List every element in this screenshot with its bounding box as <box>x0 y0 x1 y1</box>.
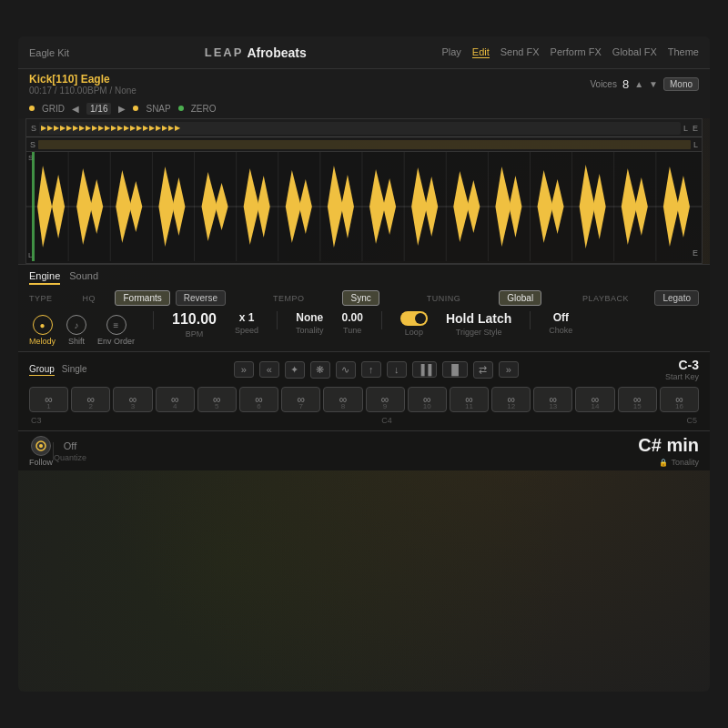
pad-ctrl-pause2[interactable]: ▐▌ <box>442 361 468 378</box>
tonality-sub: 🔒 Tonality <box>659 458 699 467</box>
nav-perform-fx[interactable]: Perform FX <box>551 46 602 58</box>
pad-3[interactable]: ∞ 3 <box>113 387 152 412</box>
svg-marker-61 <box>299 207 312 234</box>
svg-marker-22 <box>158 167 174 207</box>
svg-marker-30 <box>328 166 343 207</box>
track-name: Kick[110] Eagle <box>29 73 136 86</box>
pad-4[interactable]: ∞ 4 <box>156 387 195 412</box>
pad-12[interactable]: ∞ 12 <box>491 387 531 412</box>
nav-edit[interactable]: Edit <box>472 46 490 58</box>
nav-theme[interactable]: Theme <box>668 46 699 58</box>
pad-ctrl-sparkle2[interactable]: ❋ <box>310 361 330 379</box>
reverse-btn[interactable]: Reverse <box>176 290 226 306</box>
pad-ctrl-pause1[interactable]: ▐▐ <box>412 361 438 378</box>
svg-marker-44 <box>622 168 637 207</box>
pad-12-number: 12 <box>492 402 530 410</box>
svg-marker-68 <box>453 207 469 242</box>
voices-down-icon[interactable]: ▼ <box>649 79 658 89</box>
sync-btn[interactable]: Sync <box>342 290 379 306</box>
svg-marker-24 <box>202 172 217 207</box>
pad-7-number: 7 <box>282 402 319 410</box>
mono-button[interactable]: Mono <box>663 77 699 91</box>
loop-toggle[interactable] <box>400 311 428 326</box>
voices-up-icon[interactable]: ▲ <box>634 79 643 89</box>
pad-ctrl-sparkle1[interactable]: ✦ <box>285 361 305 379</box>
grid-value[interactable]: 1/16 <box>86 103 111 115</box>
melody-icon-circle[interactable]: ● Melody <box>29 315 56 346</box>
pad-ctrl-wave[interactable]: ∿ <box>336 361 356 379</box>
pad-16[interactable]: ∞ 16 <box>660 387 699 412</box>
sep4 <box>530 311 531 329</box>
pad-8[interactable]: ∞ 8 <box>323 387 362 412</box>
timeline2-bar[interactable] <box>38 140 691 149</box>
pad-11[interactable]: ∞ 11 <box>450 387 489 412</box>
nav-send-fx[interactable]: Send FX <box>500 46 540 58</box>
shift-label: Shift <box>68 337 85 346</box>
quantize-label: Quantize <box>54 453 86 462</box>
choke-value[interactable]: Off <box>553 311 569 324</box>
pad-2[interactable]: ∞ 2 <box>71 387 110 412</box>
svg-marker-67 <box>425 207 438 237</box>
pad-14[interactable]: ∞ 14 <box>575 387 614 412</box>
arr2: ▶ <box>47 124 53 132</box>
pad-1-number: 1 <box>30 402 67 410</box>
pad-ctrl-fast-forward[interactable]: » <box>234 361 254 378</box>
pad-10[interactable]: ∞ 10 <box>408 387 447 412</box>
quantize-value[interactable]: Off <box>64 440 76 451</box>
grid-dot-snap <box>133 106 138 111</box>
svg-marker-27 <box>258 176 270 207</box>
arr13: ▶ <box>117 124 123 132</box>
tune-value[interactable]: 0.00 <box>342 311 363 324</box>
arr4: ▶ <box>60 124 66 132</box>
melody-icon-env[interactable]: ≡ Env Order <box>97 315 135 346</box>
svg-marker-47 <box>677 176 690 207</box>
type-label: TYPE <box>29 294 56 303</box>
header-info: Kick[110] Eagle 00:17 / 110.00BPM / None… <box>18 69 710 98</box>
choke-sublabel: Choke <box>549 326 572 335</box>
arr9: ▶ <box>92 124 97 132</box>
pad-ctrl-arrows[interactable]: ⇄ <box>473 361 493 379</box>
melody-icon-music[interactable]: ♪ Shift <box>66 315 86 346</box>
pad-ctrl-forward[interactable]: » <box>499 361 519 378</box>
timeline-track[interactable]: ▶ ▶ ▶ ▶ ▶ ▶ ▶ ▶ ▶ ▶ ▶ ▶ ▶ ▶ ▶ <box>39 122 681 135</box>
formants-btn[interactable]: Formants <box>115 290 169 306</box>
grid-right-arrow[interactable]: ▶ <box>118 104 126 114</box>
voices-count: 8 <box>622 77 629 91</box>
pad-9[interactable]: ∞ 9 <box>366 387 405 412</box>
pad-15[interactable]: ∞ 15 <box>618 387 657 412</box>
quantize-section: Off Quantize <box>54 440 86 462</box>
waveform-main[interactable]: S L E <box>26 152 702 261</box>
pad-ctrl-fast-back[interactable]: « <box>259 361 279 378</box>
nav-play[interactable]: Play <box>441 46 460 58</box>
legato-btn[interactable]: Legato <box>654 290 699 306</box>
follow-icon[interactable] <box>31 436 51 456</box>
tab-engine[interactable]: Engine <box>29 270 60 285</box>
pad-7[interactable]: ∞ 7 <box>281 387 320 412</box>
bpm-value[interactable]: 110.00 <box>172 311 217 328</box>
pad-3-number: 3 <box>114 402 151 410</box>
pad-1[interactable]: ∞ 1 <box>29 387 68 412</box>
waveform-svg <box>26 152 702 261</box>
pad-6[interactable]: ∞ 6 <box>239 387 278 412</box>
tab-sound[interactable]: Sound <box>69 270 98 285</box>
pad-15-number: 15 <box>619 402 656 410</box>
pad-ctrl-up[interactable]: ↑ <box>361 361 381 378</box>
arr18: ▶ <box>149 124 155 132</box>
tab-single[interactable]: Single <box>62 364 87 376</box>
tab-group[interactable]: Group <box>29 364 55 376</box>
speed-sublabel: Speed <box>235 326 258 335</box>
svg-marker-58 <box>244 207 259 245</box>
nav-global-fx[interactable]: Global FX <box>612 46 657 58</box>
svg-marker-45 <box>635 177 648 207</box>
global-btn[interactable]: Global <box>499 290 541 306</box>
grid-left-arrow[interactable]: ◀ <box>72 104 79 114</box>
svg-marker-56 <box>202 207 217 241</box>
speed-value[interactable]: x 1 <box>239 311 255 324</box>
svg-marker-75 <box>593 207 606 239</box>
svg-marker-50 <box>76 207 92 245</box>
pad-5[interactable]: ∞ 5 <box>197 387 237 412</box>
tonality-value[interactable]: None <box>296 311 323 324</box>
pad-13-number: 13 <box>534 402 571 410</box>
pad-ctrl-down[interactable]: ↓ <box>387 361 407 378</box>
pad-13[interactable]: ∞ 13 <box>533 387 572 412</box>
